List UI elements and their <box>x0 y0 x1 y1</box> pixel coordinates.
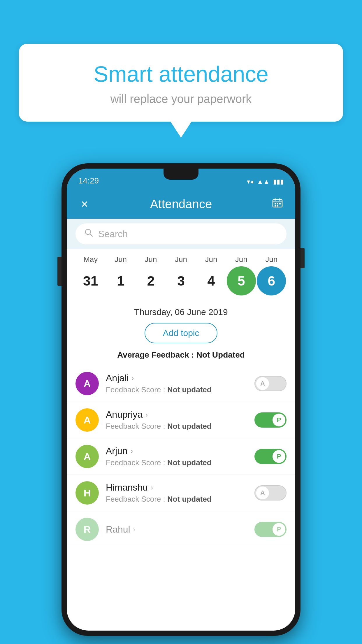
toggle-circle-anupriya: P <box>273 414 285 426</box>
cal-date-1[interactable]: 1 <box>106 266 135 295</box>
cal-date-3[interactable]: 3 <box>166 266 196 295</box>
calendar-strip: May Jun Jun Jun Jun Jun Jun 31 1 2 3 4 5… <box>67 249 295 303</box>
status-icons: ▾◂ ▲▲ ▮▮▮ <box>247 178 284 186</box>
avatar-last: R <box>75 518 99 541</box>
cal-date-6[interactable]: 6 <box>257 266 286 295</box>
cal-month-6: Jun <box>257 255 286 264</box>
svg-rect-5 <box>277 203 278 204</box>
add-topic-container: Add topic <box>67 320 295 348</box>
toggle-last[interactable]: P <box>254 522 287 537</box>
signal-icon: ▲▲ <box>257 178 270 186</box>
cal-month-5: Jun <box>227 255 256 264</box>
toggle-anupriya[interactable]: P <box>254 412 287 428</box>
student-name-himanshu: Himanshu › <box>106 482 254 493</box>
search-bar[interactable]: Search <box>75 223 287 244</box>
feedback-score-arjun: Feedback Score : Not updated <box>106 458 254 467</box>
wifi-icon: ▾◂ <box>247 178 253 186</box>
feedback-score-anjali: Feedback Score : Not updated <box>106 385 254 394</box>
status-time: 14:29 <box>78 176 99 186</box>
feedback-score-himanshu: Feedback Score : Not updated <box>106 495 254 504</box>
feedback-score-anupriya: Feedback Score : Not updated <box>106 422 254 431</box>
search-placeholder: Search <box>98 229 128 239</box>
avatar-himanshu: H <box>75 481 99 505</box>
cal-date-4[interactable]: 4 <box>196 266 226 295</box>
toggle-anjali[interactable]: A <box>254 376 287 391</box>
add-topic-button[interactable]: Add topic <box>145 323 217 343</box>
speech-bubble: Smart attendance will replace your paper… <box>19 44 343 122</box>
speech-bubble-container: Smart attendance will replace your paper… <box>19 44 343 122</box>
list-item[interactable]: A Anjali › Feedback Score : Not updated … <box>67 365 295 402</box>
cal-month-0: May <box>76 255 105 264</box>
cal-month-3: Jun <box>166 255 196 264</box>
svg-line-10 <box>90 234 92 236</box>
list-item[interactable]: A Arjun › Feedback Score : Not updated P <box>67 438 295 475</box>
student-info-anupriya: Anupriya › Feedback Score : Not updated <box>106 409 254 431</box>
phone-outer: 14:29 ▾◂ ▲▲ ▮▮▮ × Attendance <box>61 163 301 636</box>
chevron-icon: › <box>145 411 148 419</box>
chevron-icon: › <box>151 484 153 492</box>
cal-date-2[interactable]: 2 <box>136 266 166 295</box>
phone-screen: 14:29 ▾◂ ▲▲ ▮▮▮ × Attendance <box>67 169 295 631</box>
toggle-himanshu[interactable]: A <box>254 485 287 501</box>
phone-container: 14:29 ▾◂ ▲▲ ▮▮▮ × Attendance <box>61 163 301 636</box>
student-name-arjun: Arjun › <box>106 446 254 456</box>
svg-rect-4 <box>275 203 276 204</box>
toggle-arjun[interactable]: P <box>254 449 287 464</box>
student-info-last: Rahul › <box>106 524 254 535</box>
speech-bubble-subtitle: will replace your paperwork <box>42 92 320 106</box>
calendar-icon[interactable] <box>270 198 285 211</box>
chevron-icon: › <box>131 447 133 455</box>
avatar-anjali: A <box>75 372 99 395</box>
calendar-months: May Jun Jun Jun Jun Jun Jun <box>73 255 289 264</box>
date-label: Thursday, 06 June 2019 <box>67 303 295 320</box>
chevron-icon: › <box>131 374 134 382</box>
speech-bubble-title: Smart attendance <box>42 61 320 87</box>
cal-date-5[interactable]: 5 <box>227 266 256 295</box>
toggle-circle-anjali: A <box>256 377 269 390</box>
list-item[interactable]: R Rahul › P <box>67 511 295 544</box>
app-header: × Attendance <box>67 190 295 219</box>
student-list: A Anjali › Feedback Score : Not updated … <box>67 365 295 544</box>
battery-icon: ▮▮▮ <box>273 178 284 186</box>
chevron-icon: › <box>133 525 136 533</box>
header-title: Attendance <box>101 197 261 211</box>
list-item[interactable]: H Himanshu › Feedback Score : Not update… <box>67 475 295 511</box>
search-icon <box>84 228 94 240</box>
student-info-arjun: Arjun › Feedback Score : Not updated <box>106 446 254 467</box>
calendar-dates: 31 1 2 3 4 5 6 <box>73 264 289 300</box>
search-bar-container: Search <box>67 219 295 249</box>
avg-feedback-label: Average Feedback : <box>117 350 196 359</box>
student-name-last: Rahul › <box>106 524 254 535</box>
toggle-circle-last: P <box>273 523 285 536</box>
notch <box>164 169 198 180</box>
avg-feedback-value: Not Updated <box>196 350 245 359</box>
cal-date-31[interactable]: 31 <box>76 266 105 295</box>
avatar-anupriya: A <box>75 408 99 432</box>
student-info-himanshu: Himanshu › Feedback Score : Not updated <box>106 482 254 504</box>
avatar-arjun: A <box>75 445 99 468</box>
avg-feedback: Average Feedback : Not Updated <box>67 348 295 365</box>
svg-rect-6 <box>279 203 281 204</box>
cal-month-2: Jun <box>136 255 166 264</box>
list-item[interactable]: A Anupriya › Feedback Score : Not update… <box>67 402 295 438</box>
svg-rect-7 <box>275 205 276 206</box>
cal-month-4: Jun <box>196 255 226 264</box>
toggle-circle-arjun: P <box>273 450 285 463</box>
close-button[interactable]: × <box>77 197 92 211</box>
cal-month-1: Jun <box>106 255 135 264</box>
student-name-anupriya: Anupriya › <box>106 409 254 420</box>
student-name-anjali: Anjali › <box>106 373 254 384</box>
toggle-circle-himanshu: A <box>256 487 269 499</box>
student-info-anjali: Anjali › Feedback Score : Not updated <box>106 373 254 394</box>
svg-rect-8 <box>277 205 278 206</box>
